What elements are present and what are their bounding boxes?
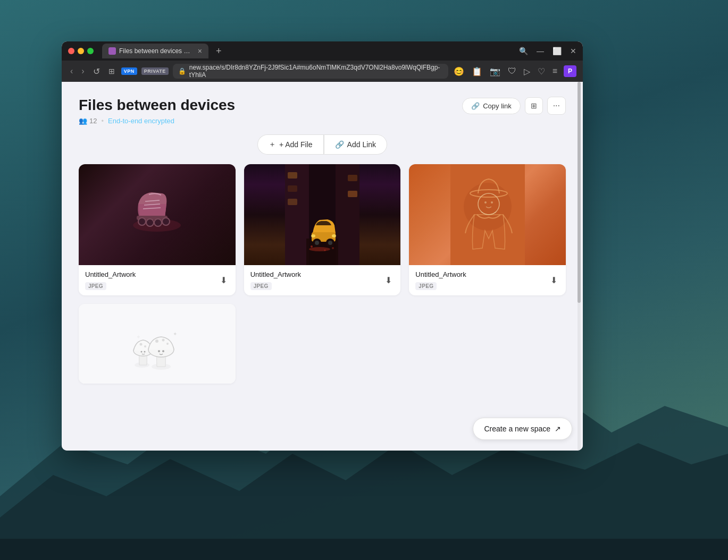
add-file-button[interactable]: ＋ + Add File (257, 134, 323, 155)
files-grid: Untitled_Artwork JPEG ⬇ (79, 164, 566, 295)
address-text: new.space/s/DIr8dn8YZnFj-2J9fSic1A#mu6oN… (189, 64, 443, 79)
profile-button[interactable]: P (564, 65, 576, 77)
svg-point-30 (324, 250, 325, 251)
svg-rect-2 (0, 539, 728, 560)
screenshot-button[interactable]: 📋 (471, 65, 483, 78)
svg-point-27 (332, 234, 336, 237)
svg-rect-18 (348, 175, 357, 181)
private-badge: PRIVATE (141, 67, 169, 75)
svg-point-23 (315, 241, 319, 245)
reload-button[interactable]: ↺ (91, 65, 102, 78)
bottom-row: ✦ ✧ (79, 304, 566, 384)
svg-rect-13 (285, 164, 309, 265)
svg-point-8 (162, 218, 170, 225)
tab-close-icon[interactable]: × (198, 47, 202, 55)
tab-favicon (108, 47, 116, 55)
file-name-section-3: Untitled_Artwork JPEG (415, 270, 466, 290)
svg-point-42 (141, 351, 143, 353)
play-button[interactable]: ▷ (523, 65, 531, 78)
add-link-label: Add Link (347, 140, 376, 149)
users-icon: 👥 (79, 117, 87, 125)
svg-point-46 (155, 340, 158, 343)
create-space-label: Create a new space (484, 425, 550, 433)
nav-bar: ‹ › ↺ ⊞ VPN PRIVATE 🔒 new.space/s/DIr8dn… (62, 61, 583, 82)
shield-button[interactable]: 🛡 (507, 65, 517, 77)
encrypted-label: End-to-end encrypted (108, 117, 174, 125)
grid-view-button[interactable]: ⊞ (525, 97, 543, 114)
search-button[interactable]: 🔍 (519, 47, 528, 55)
file-thumbnail-3 (409, 164, 566, 265)
meta-users: 👥 12 (79, 117, 97, 125)
svg-text:✧: ✧ (137, 335, 140, 340)
download-button-1[interactable]: ⬇ (218, 273, 229, 287)
lock-icon: 🔒 (178, 67, 186, 75)
window-maximize-ctrl[interactable]: ⬜ (553, 47, 562, 55)
create-space-arrow-icon: ↗ (555, 425, 561, 433)
new-tab-button[interactable]: + (213, 46, 225, 57)
file-info-2: Untitled_Artwork JPEG ⬇ (244, 265, 401, 295)
copy-link-button[interactable]: 🔗 Copy link (462, 98, 520, 114)
svg-point-40 (140, 343, 143, 346)
page-header: Files between devices 👥 12 • End-to-end … (79, 97, 566, 125)
file-thumbnail-2 (244, 164, 401, 265)
svg-point-25 (328, 241, 332, 245)
more-options-button[interactable]: ··· (547, 97, 566, 115)
maximize-button[interactable] (87, 48, 94, 54)
create-new-space-button[interactable]: Create a new space ↗ (473, 418, 572, 440)
svg-marker-1 (0, 443, 728, 560)
emoji-button[interactable]: 😊 (453, 65, 465, 78)
svg-text:✦: ✦ (173, 331, 177, 337)
svg-point-48 (166, 343, 169, 345)
page-content: Files between devices 👥 12 • End-to-end … (62, 82, 583, 451)
active-tab[interactable]: Files between devices – n × (102, 44, 208, 58)
page-title-section: Files between devices 👥 12 • End-to-end … (79, 97, 235, 125)
download-button-2[interactable]: ⬇ (383, 273, 394, 287)
forward-button[interactable]: › (79, 65, 86, 77)
scrollbar-thumb[interactable] (578, 82, 581, 303)
svg-point-49 (158, 350, 160, 352)
file-card-3: Untitled_Artwork JPEG ⬇ (409, 164, 566, 295)
grid-button[interactable]: ⊞ (106, 66, 117, 77)
file-name-1: Untitled_Artwork (85, 270, 136, 278)
svg-point-7 (154, 219, 162, 226)
scrollbar-track (578, 82, 581, 451)
add-file-label: + Add File (279, 140, 313, 149)
menu-button[interactable]: ≡ (551, 65, 558, 77)
file-type-badge-3: JPEG (415, 282, 437, 290)
close-button[interactable] (68, 48, 74, 54)
page-meta: 👥 12 • End-to-end encrypted (79, 117, 235, 125)
user-count: 12 (89, 117, 97, 125)
file-name-section-1: Untitled_Artwork JPEG (85, 270, 136, 290)
tab-area: Files between devices – n × + (102, 44, 515, 58)
svg-point-28 (309, 247, 330, 251)
file-thumbnail-4: ✦ ✧ (79, 304, 236, 384)
svg-point-29 (311, 245, 313, 248)
back-button[interactable]: ‹ (68, 65, 75, 77)
svg-point-41 (144, 345, 146, 347)
svg-rect-15 (288, 172, 297, 179)
window-buttons: 🔍 — ⬜ ✕ (519, 47, 576, 55)
link-icon: 🔗 (471, 102, 480, 110)
file-type-badge-2: JPEG (250, 282, 272, 290)
plus-icon: ＋ (269, 140, 276, 149)
svg-point-31 (332, 247, 334, 249)
browser-window: Files between devices – n × + 🔍 — ⬜ ✕ ‹ … (62, 41, 583, 451)
svg-point-50 (162, 350, 164, 352)
window-controls (68, 48, 94, 54)
svg-rect-16 (288, 185, 297, 192)
window-minimize-ctrl[interactable]: — (537, 47, 544, 55)
file-info-1: Untitled_Artwork JPEG ⬇ (79, 265, 236, 295)
address-bar[interactable]: 🔒 new.space/s/DIr8dn8YZnFj-2J9fSic1A#mu6… (173, 64, 448, 79)
minimize-button[interactable] (78, 48, 84, 54)
heart-button[interactable]: ♡ (537, 65, 546, 78)
tab-title: Files between devices – n (119, 47, 193, 55)
file-card-2: Untitled_Artwork JPEG ⬇ (244, 164, 401, 295)
window-close-ctrl[interactable]: ✕ (570, 47, 576, 55)
svg-rect-17 (288, 199, 297, 205)
download-button-3[interactable]: ⬇ (548, 273, 559, 287)
svg-point-36 (484, 201, 487, 203)
page-title: Files between devices (79, 97, 235, 114)
action-bar: ＋ + Add File 🔗 Add Link (79, 134, 566, 155)
camera-button[interactable]: 📷 (489, 65, 501, 78)
add-link-button[interactable]: 🔗 Add Link (324, 134, 387, 155)
